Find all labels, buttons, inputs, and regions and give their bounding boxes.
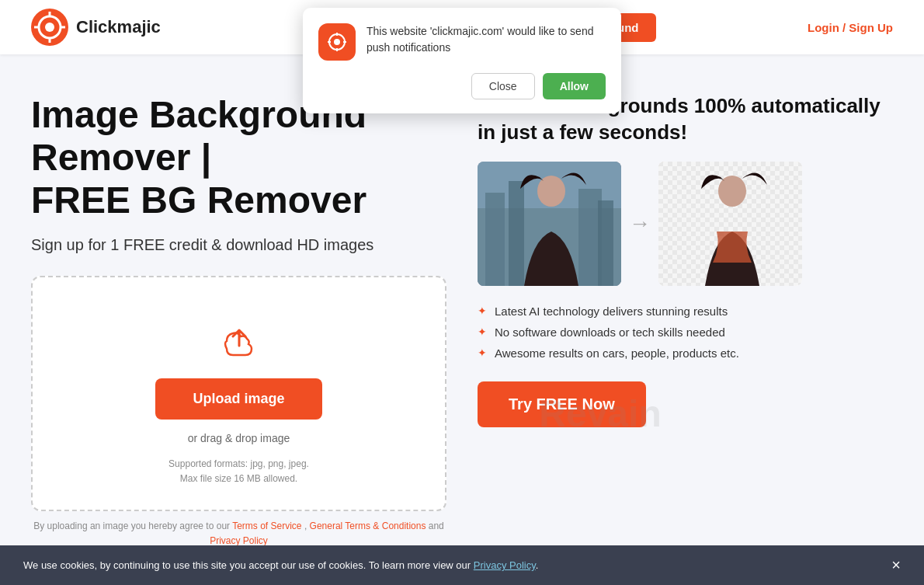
notification-actions: Close Allow bbox=[318, 73, 606, 99]
upload-image-button[interactable]: Upload image bbox=[155, 378, 321, 420]
cookie-privacy-link[interactable]: Privacy Policy bbox=[474, 559, 536, 571]
left-panel: Image Background Remover | FREE BG Remov… bbox=[31, 93, 446, 548]
cookie-bar: We use cookies, by continuing to use thi… bbox=[0, 545, 924, 572]
before-image bbox=[478, 162, 621, 286]
feature-item-1: ✦ Latest AI technology delivers stunning… bbox=[478, 305, 893, 318]
feature-item-2: ✦ No software downloads or tech skills n… bbox=[478, 326, 893, 339]
arrow-right-icon: → bbox=[629, 211, 651, 236]
terms-of-service-link[interactable]: Terms of Service bbox=[232, 521, 301, 531]
diamond-icon-3: ✦ bbox=[478, 346, 487, 359]
right-panel: Remove backgrounds 100% automatically in… bbox=[478, 93, 893, 548]
upload-icon bbox=[216, 316, 262, 366]
terms-text: By uploading an image you hereby agree t… bbox=[31, 519, 446, 548]
auth-links[interactable]: Login / Sign Up bbox=[808, 21, 893, 34]
diamond-icon-1: ✦ bbox=[478, 305, 487, 317]
svg-point-21 bbox=[334, 39, 340, 45]
svg-rect-9 bbox=[485, 193, 505, 286]
try-free-area: Try FREE Now Revain bbox=[478, 381, 646, 427]
notification-close-button[interactable]: Close bbox=[471, 73, 535, 99]
before-after-images: → bbox=[478, 162, 893, 286]
svg-rect-10 bbox=[509, 181, 524, 286]
try-free-now-button[interactable]: Try FREE Now bbox=[478, 381, 646, 427]
main-content: Image Background Remover | FREE BG Remov… bbox=[0, 54, 924, 572]
general-terms-link[interactable]: General Terms & Conditions bbox=[310, 521, 426, 531]
feature-item-3: ✦ Awesome results on cars, people, produ… bbox=[478, 346, 893, 360]
formats-text: Supported formats: jpg, png, jpeg. Max f… bbox=[168, 457, 309, 486]
svg-point-13 bbox=[537, 176, 565, 207]
cookie-close-button[interactable]: × bbox=[891, 556, 901, 572]
notification-app-icon bbox=[318, 23, 356, 61]
svg-point-2 bbox=[45, 23, 54, 32]
logo: Clickmajic bbox=[31, 9, 161, 46]
svg-rect-12 bbox=[598, 200, 613, 286]
notification-allow-button[interactable]: Allow bbox=[543, 73, 606, 99]
notification-header: This website 'clickmajic.com' would like… bbox=[318, 23, 606, 61]
diamond-icon-2: ✦ bbox=[478, 326, 487, 338]
logo-text: Clickmajic bbox=[76, 17, 161, 37]
after-image bbox=[658, 162, 802, 286]
logo-icon bbox=[31, 9, 68, 46]
drag-drop-text: or drag & drop image bbox=[188, 432, 290, 444]
notification-popup: This website 'clickmajic.com' would like… bbox=[303, 8, 621, 113]
notification-message: This website 'clickmajic.com' would like… bbox=[366, 23, 606, 56]
features-list: ✦ Latest AI technology delivers stunning… bbox=[478, 305, 893, 360]
cookie-text: We use cookies, by continuing to use thi… bbox=[23, 559, 538, 571]
hero-subtitle: Sign up for 1 FREE credit & download HD … bbox=[31, 236, 446, 254]
upload-box: Upload image or drag & drop image Suppor… bbox=[31, 276, 446, 511]
svg-point-19 bbox=[718, 176, 746, 207]
